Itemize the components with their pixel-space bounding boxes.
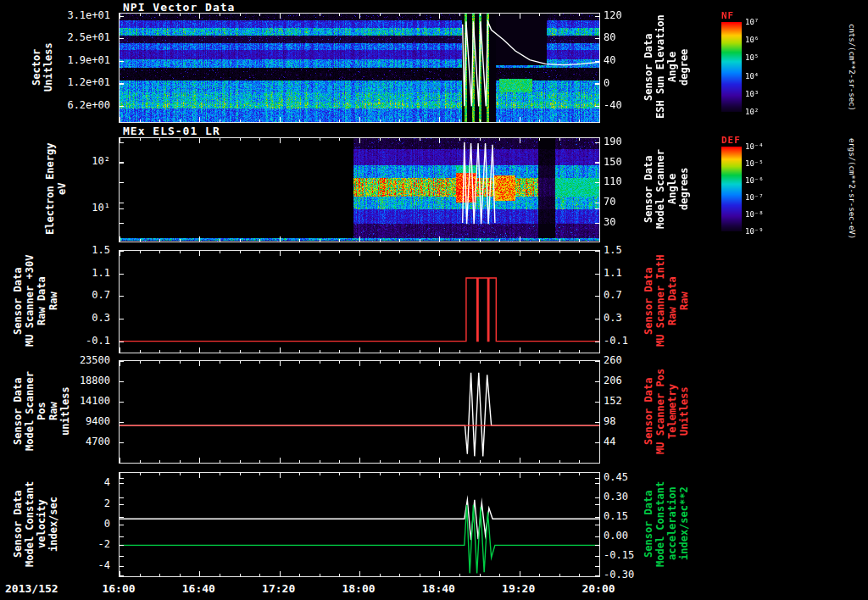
p3-left-axis-label: Sensor Data MU Scanner +30V Raw Data Raw bbox=[12, 250, 59, 352]
tick-label: 0.45 bbox=[604, 472, 628, 483]
time-axis: 2013/152 16:0016:4017:2018:0018:4019:202… bbox=[0, 581, 868, 598]
p2-colorbar-gradient bbox=[721, 147, 742, 231]
tick-label: 10¹ bbox=[92, 203, 110, 214]
time-tick-label: 16:00 bbox=[98, 582, 139, 595]
colorbar-tick-label: 10⁻⁷ bbox=[745, 193, 764, 202]
tick-label: -40 bbox=[604, 100, 622, 111]
time-tick-label: 20:00 bbox=[578, 582, 619, 595]
colorbar-tick-label: 10⁶ bbox=[745, 36, 759, 44]
p3-plot-area bbox=[119, 250, 600, 353]
p2-colorbar-units: ergs/(cm**2-sr-sec-eV) bbox=[848, 137, 856, 241]
colorbar-tick-label: 10⁵ bbox=[745, 53, 759, 62]
p2-right-ticks: 1901501107030 bbox=[601, 137, 642, 241]
plot-page: NPI Vector Data MEx ELS-01 LR Sector Uni… bbox=[0, 0, 868, 600]
colorbar-tick-label: 10⁻⁹ bbox=[745, 227, 764, 236]
p1-overlay-canvas bbox=[120, 14, 599, 122]
p5-right-ticks: 0.450.300.150.00-0.15-0.30 bbox=[601, 472, 642, 575]
tick-label: 260 bbox=[604, 355, 622, 366]
tick-label: 120 bbox=[604, 10, 622, 21]
tick-label: 0 bbox=[104, 519, 110, 530]
tick-label: -0.1 bbox=[604, 336, 628, 347]
p1-colorbar-gradient bbox=[721, 22, 742, 112]
tick-label: 98 bbox=[604, 416, 615, 427]
time-tick-label: 18:00 bbox=[338, 582, 379, 595]
p3-right-ticks: 1.51.10.70.3-0.1 bbox=[601, 250, 642, 352]
p3-right-axis-label: Sensor Data MU Scanner IntH Raw Data Raw bbox=[643, 250, 690, 352]
tick-label: 1.1 bbox=[92, 268, 110, 279]
tick-label: 9400 bbox=[86, 416, 110, 427]
p5-left-ticks: 420-2-4 bbox=[59, 472, 114, 575]
tick-label: 40 bbox=[604, 55, 615, 66]
tick-label: 14100 bbox=[80, 396, 110, 407]
p1-colorbar-units: cnts/(cm**2-sr-sec) bbox=[848, 13, 856, 121]
p1-right-axis-label: Sensor Data ESH Sun Elevation Angle degr… bbox=[643, 13, 690, 121]
p4-right-axis-label: Sensor Data MU Scanner Pos Telemetry Uni… bbox=[643, 360, 690, 462]
p4-line-canvas bbox=[120, 361, 599, 463]
tick-label: 0.30 bbox=[604, 492, 628, 503]
time-tick-labels: 16:0016:4017:2018:0018:4019:2020:00 bbox=[119, 582, 598, 597]
tick-label: 206 bbox=[604, 375, 622, 386]
p1-colorbar-ticks: 10⁷10⁶10⁵10⁴10³10² bbox=[745, 22, 779, 112]
p2-colorbar-ticks: 10⁻⁴10⁻⁵10⁻⁶10⁻⁷10⁻⁸10⁻⁹ bbox=[745, 147, 779, 231]
tick-label: 70 bbox=[604, 197, 615, 208]
colorbar-tick-label: 10⁴ bbox=[745, 72, 759, 81]
p5-line-canvas bbox=[120, 473, 599, 576]
panel-mu-scanner-raw: Sensor Data MU Scanner +30V Raw Data Raw… bbox=[0, 250, 868, 352]
p4-right-ticks: 2602061529844 bbox=[601, 360, 642, 462]
tick-label: -0.30 bbox=[604, 569, 634, 581]
tick-label: 6.2e+00 bbox=[67, 100, 110, 111]
colorbar-tick-label: 10⁷ bbox=[745, 18, 759, 26]
p1-colorbar-title: NF bbox=[721, 10, 734, 21]
panel-scanner-pos: Sensor Data Model Scanner Pos Raw unitle… bbox=[0, 360, 868, 462]
tick-label: 10² bbox=[92, 156, 110, 167]
p4-left-ticks: 23500188001410094004700 bbox=[59, 360, 114, 462]
tick-label: -0.1 bbox=[86, 336, 110, 347]
tick-label: 2.5e+01 bbox=[67, 32, 110, 43]
tick-label: -2 bbox=[98, 539, 110, 550]
tick-label: 0.3 bbox=[92, 313, 110, 324]
colorbar-tick-label: 10² bbox=[745, 108, 759, 116]
colorbar-tick-label: 10⁻⁵ bbox=[745, 159, 764, 168]
panel-model-constant: Sensor Data Model Constant velocity inde… bbox=[0, 472, 868, 575]
tick-label: 0 bbox=[604, 78, 609, 89]
p2-left-ticks: 10²10¹ bbox=[59, 137, 114, 241]
panel-npi-vector: Sector Unitless 3.1e+012.5e+011.9e+011.2… bbox=[0, 13, 868, 121]
tick-label: 1.1 bbox=[604, 268, 622, 279]
tick-label: 150 bbox=[604, 157, 622, 168]
tick-label: -0.15 bbox=[604, 550, 634, 561]
tick-label: 23500 bbox=[80, 355, 110, 366]
panel-mex-els: Electron Energy eV 10²10¹ 1901501107030 … bbox=[0, 137, 868, 241]
time-tick-label: 16:40 bbox=[178, 582, 219, 595]
p5-plot-area bbox=[119, 472, 600, 577]
time-tick-label: 19:20 bbox=[498, 582, 539, 595]
colorbar-tick-label: 10³ bbox=[745, 90, 759, 98]
tick-label: -4 bbox=[98, 560, 110, 571]
p2-right-axis-label: Sensor Data Model Scanner Angle degrees bbox=[643, 137, 690, 241]
p1-plot-area bbox=[119, 13, 600, 123]
time-tick-label: 17:20 bbox=[259, 582, 299, 595]
p2-plot-area bbox=[119, 137, 600, 242]
p5-left-axis-label: Sensor Data Model Constant velocity inde… bbox=[12, 472, 59, 575]
tick-label: 44 bbox=[604, 436, 615, 447]
tick-label: 4 bbox=[104, 477, 110, 488]
p1-left-ticks: 3.1e+012.5e+011.9e+011.2e+016.2e+00 bbox=[59, 13, 114, 121]
p1-left-axis-label: Sector Unitless bbox=[31, 13, 54, 121]
tick-label: 190 bbox=[604, 136, 622, 147]
tick-label: 80 bbox=[604, 32, 615, 43]
tick-label: 0.00 bbox=[604, 531, 628, 542]
time-tick-label: 18:40 bbox=[418, 582, 459, 595]
tick-label: 3.1e+01 bbox=[67, 10, 110, 21]
p3-left-ticks: 1.51.10.70.3-0.1 bbox=[59, 250, 114, 352]
colorbar-tick-label: 10⁻⁸ bbox=[745, 210, 764, 219]
tick-label: 0.7 bbox=[92, 290, 110, 301]
tick-label: 0.15 bbox=[604, 511, 628, 522]
tick-label: 4700 bbox=[86, 436, 110, 447]
p5-right-axis-label: Sensor Data Model Constant acceleration … bbox=[643, 472, 690, 575]
p3-line-canvas bbox=[120, 251, 599, 353]
tick-label: 1.9e+01 bbox=[67, 55, 110, 66]
tick-label: 110 bbox=[604, 176, 622, 187]
colorbar-tick-label: 10⁻⁶ bbox=[745, 176, 764, 185]
tick-label: 0.3 bbox=[604, 313, 622, 324]
tick-label: 1.2e+01 bbox=[67, 77, 110, 88]
p4-plot-area bbox=[119, 360, 600, 464]
